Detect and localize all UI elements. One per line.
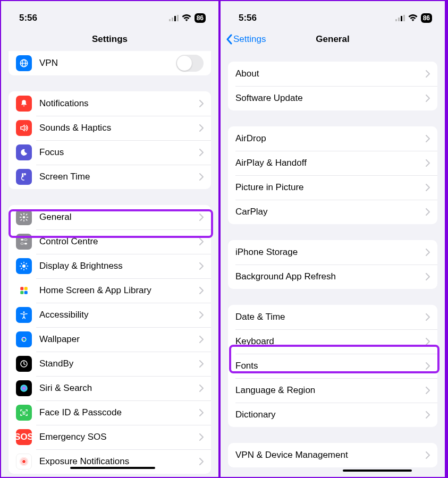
- row-sos[interactable]: SOSEmergency SOS: [9, 425, 211, 449]
- chevron-right-icon: [199, 287, 204, 294]
- row-label: Language & Region: [235, 385, 426, 396]
- status-time: 5:56: [239, 13, 257, 23]
- row-dict[interactable]: Dictionary: [228, 403, 437, 427]
- status-bar: 5:56 86: [1, 1, 218, 28]
- row-label: Accessibility: [39, 310, 199, 320]
- row-vpndm[interactable]: VPN & Device Management: [228, 443, 437, 467]
- standby-icon: [16, 356, 32, 372]
- row-pip[interactable]: Picture in Picture: [228, 175, 437, 200]
- row-general[interactable]: General: [9, 205, 211, 229]
- svg-rect-0: [169, 19, 171, 21]
- svg-point-19: [23, 338, 24, 339]
- row-faceid[interactable]: Face ID & Passcode: [9, 400, 211, 425]
- chevron-right-icon: [426, 208, 430, 216]
- svg-rect-11: [24, 243, 27, 244]
- row-screentime[interactable]: Screen Time: [9, 165, 211, 189]
- svg-rect-8: [21, 239, 23, 241]
- homescreen-icon: [16, 283, 32, 298]
- display-icon: [16, 258, 32, 274]
- sos-icon: SOS: [16, 429, 32, 445]
- wallpaper-icon: [16, 331, 32, 347]
- row-label: Fonts: [235, 361, 426, 371]
- row-datetime[interactable]: Date & Time: [228, 305, 437, 329]
- group-storage: iPhone StorageBackground App Refresh: [228, 240, 437, 289]
- svg-point-7: [23, 216, 26, 219]
- row-label: Notifications: [39, 98, 199, 109]
- row-software[interactable]: Software Update: [228, 86, 437, 110]
- row-notifications[interactable]: Notifications: [9, 91, 211, 116]
- status-icons: 86: [169, 13, 206, 23]
- row-wallpaper[interactable]: Wallpaper: [9, 327, 211, 352]
- chevron-right-icon: [199, 433, 204, 441]
- row-siri[interactable]: Siri & Search: [9, 376, 211, 400]
- row-label: AirDrop: [235, 133, 426, 144]
- svg-point-20: [22, 339, 23, 340]
- chevron-right-icon: [426, 159, 430, 167]
- battery-icon: 86: [421, 13, 432, 23]
- row-label: General: [39, 212, 199, 223]
- row-standby[interactable]: StandBy: [9, 352, 211, 376]
- svg-rect-16: [24, 291, 28, 294]
- wifi-icon: [182, 14, 191, 21]
- svg-rect-29: [395, 19, 397, 21]
- row-lang[interactable]: Language & Region: [228, 378, 437, 403]
- svg-point-21: [24, 339, 26, 340]
- row-label: StandBy: [39, 358, 199, 369]
- focus-icon: [16, 144, 32, 160]
- chevron-right-icon: [199, 124, 204, 132]
- row-controlcentre[interactable]: Control Centre: [9, 229, 211, 254]
- general-icon: [16, 209, 32, 225]
- svg-rect-30: [398, 18, 400, 21]
- wifi-icon: [408, 14, 418, 21]
- chevron-right-icon: [199, 311, 204, 319]
- row-keyboard[interactable]: Keyboard: [228, 329, 437, 354]
- group-vpn: VPN: [9, 51, 211, 75]
- group-vpndm: VPN & Device Management: [228, 443, 437, 467]
- chevron-right-icon: [426, 411, 430, 419]
- svg-point-26: [22, 460, 26, 463]
- chevron-right-icon: [426, 70, 430, 78]
- status-icons: 86: [395, 13, 432, 23]
- chevron-right-icon: [426, 338, 430, 345]
- row-accessibility[interactable]: Accessibility: [9, 303, 211, 327]
- row-label: Exposure Notifications: [39, 456, 199, 467]
- row-refresh[interactable]: Background App Refresh: [228, 264, 437, 289]
- row-airplay[interactable]: AirPlay & Handoff: [228, 151, 437, 175]
- settings-list: VPN NotificationsSounds & HapticsFocusSc…: [1, 51, 218, 474]
- row-airdrop[interactable]: AirDrop: [228, 126, 437, 151]
- row-vpn[interactable]: VPN: [9, 51, 211, 75]
- row-display[interactable]: Display & Brightness: [9, 254, 211, 278]
- chevron-right-icon: [199, 173, 204, 181]
- chevron-right-icon: [426, 95, 430, 102]
- row-label: Date & Time: [235, 312, 426, 322]
- row-label: Control Centre: [39, 236, 199, 247]
- chevron-right-icon: [426, 362, 430, 370]
- row-focus[interactable]: Focus: [9, 140, 211, 165]
- svg-point-12: [22, 264, 26, 268]
- svg-rect-2: [174, 16, 176, 21]
- row-homescreen[interactable]: Home Screen & App Library: [9, 278, 211, 303]
- row-label: Background App Refresh: [235, 271, 426, 282]
- row-fonts[interactable]: Fonts: [228, 354, 437, 378]
- row-label: Siri & Search: [39, 383, 199, 394]
- row-about[interactable]: About: [228, 62, 437, 86]
- row-label: Home Screen & App Library: [39, 285, 199, 296]
- chevron-right-icon: [199, 336, 204, 343]
- svg-rect-13: [20, 287, 23, 290]
- page-title: Settings: [1, 34, 218, 45]
- status-bar: 5:56 86: [221, 1, 445, 28]
- chevron-right-icon: [426, 135, 430, 142]
- svg-point-23: [20, 385, 28, 392]
- vpn-toggle[interactable]: [176, 55, 204, 72]
- row-label: Screen Time: [39, 172, 199, 182]
- row-label: CarPlay: [235, 207, 426, 217]
- redaction-bar: [343, 470, 412, 472]
- row-storage[interactable]: iPhone Storage: [228, 240, 437, 264]
- row-exposure[interactable]: Exposure Notifications: [9, 449, 211, 474]
- svg-rect-15: [20, 291, 23, 294]
- nav-bar: Settings General: [221, 28, 445, 51]
- nav-bar: Settings: [1, 28, 218, 51]
- battery-icon: 86: [195, 13, 206, 23]
- row-carplay[interactable]: CarPlay: [228, 200, 437, 224]
- row-sounds[interactable]: Sounds & Haptics: [9, 116, 211, 140]
